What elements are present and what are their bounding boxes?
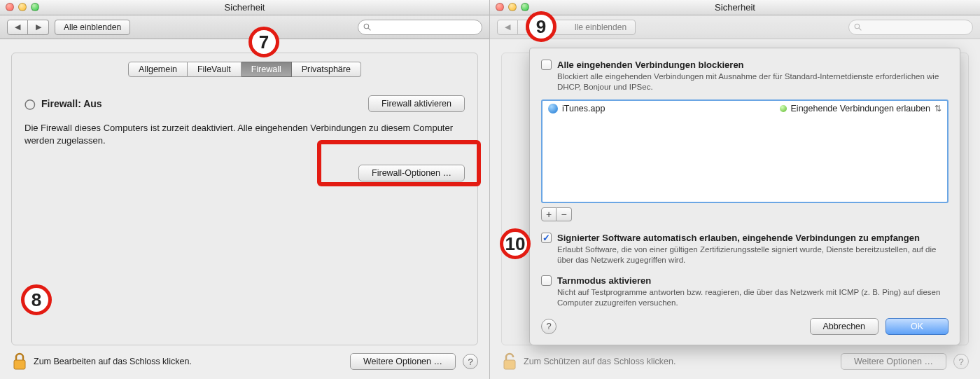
footer: Zum Bearbeiten auf das Schloss klicken. … [11,350,478,373]
remove-button[interactable]: − [556,207,572,221]
app-status-dropdown[interactable]: Eingehende Verbindungen erlauben ⇅ [780,104,941,113]
signed-software-title: Signierter Software automatisch erlauben… [557,233,920,243]
zoom-button[interactable] [521,3,529,11]
titlebar: Sicherheit [0,0,489,15]
svg-line-1 [368,28,370,30]
zoom-button[interactable] [31,3,39,11]
traffic-lights [6,3,39,11]
more-options-button[interactable]: Weitere Optionen … [350,353,456,370]
signed-software-checkbox[interactable] [541,233,552,243]
show-all-button[interactable]: Alle einblenden [55,20,130,35]
tab-filevault[interactable]: FileVault [188,62,241,77]
lock-label: Zum Schützen auf das Schloss klicken. [524,357,676,366]
security-window-left: Sicherheit ◀ ▶ Alle einblenden Allgemein… [0,0,490,379]
app-status-label: Eingehende Verbindungen erlauben [791,104,930,113]
firewall-options-dialog: Alle eingehenden Verbindungen blockieren… [529,48,960,345]
block-all-title: Alle eingehenden Verbindungen blockieren [557,60,744,70]
svg-rect-2 [14,360,25,369]
stealth-sub: Nicht auf Testprogramme antworten bzw. r… [557,287,948,308]
tab-allgemein[interactable]: Allgemein [128,62,188,77]
nav-buttons: ◀ ▶ [497,20,539,35]
dialog-help-button[interactable]: ? [541,319,556,334]
firewall-options-button[interactable]: Firewall-Optionen … [358,165,465,181]
add-button[interactable]: + [541,207,556,221]
firewall-status-label: Firewall: Aus [41,98,102,109]
minimize-button[interactable] [508,3,517,11]
status-dot-icon: ◯ [24,98,36,109]
search-icon [853,22,862,32]
add-remove: + − [541,207,948,221]
search-field[interactable] [848,20,973,35]
forward-button[interactable]: ▶ [518,20,539,35]
close-button[interactable] [496,3,504,11]
search-icon [363,22,372,32]
itunes-icon [548,104,558,113]
lock-open-icon[interactable] [501,352,518,371]
traffic-lights [496,3,529,11]
firewall-description: Die Firewall dieses Computers ist zurzei… [24,122,465,146]
window-title: Sicherheit [225,2,265,13]
security-window-right: Sicherheit ◀ ▶ lle einblenden Zum Schütz… [490,0,980,379]
app-row[interactable]: iTunes.app Eingehende Verbindungen erlau… [542,101,947,116]
forward-button[interactable]: ▶ [28,20,49,35]
tabs: Allgemein FileVault Firewall Privatsphär… [24,62,465,77]
svg-point-3 [855,24,860,29]
footer: Zum Schützen auf das Schloss klicken. We… [501,350,969,373]
status-green-dot-icon [780,105,787,112]
firewall-section: ◯ Firewall: Aus Firewall aktivieren Die … [24,95,465,181]
cancel-button[interactable]: Abbrechen [810,318,878,335]
help-button[interactable]: ? [953,354,969,369]
firewall-activate-button[interactable]: Firewall aktivieren [368,95,465,112]
close-button[interactable] [6,3,14,11]
block-all-row: Alle eingehenden Verbindungen blockieren… [541,60,948,92]
block-all-checkbox[interactable] [541,60,552,70]
svg-rect-5 [504,360,515,369]
app-list[interactable]: iTunes.app Eingehende Verbindungen erlau… [541,99,948,203]
firewall-status: ◯ Firewall: Aus [24,98,102,109]
svg-point-0 [364,24,369,29]
back-button[interactable]: ◀ [7,20,28,35]
show-all-button[interactable]: lle einblenden [545,20,636,35]
ok-button[interactable]: OK [886,318,948,335]
lock-icon[interactable] [11,352,28,371]
tab-privatsphaere[interactable]: Privatsphäre [292,62,361,77]
more-options-button[interactable]: Weitere Optionen … [841,353,946,370]
block-all-sub: Blockiert alle eingehenden Verbindungen … [557,71,948,92]
help-button[interactable]: ? [463,354,478,369]
signed-software-sub: Erlaubt Software, die von einer gültigen… [557,244,948,266]
window-title: Sicherheit [715,2,755,13]
tab-firewall[interactable]: Firewall [241,62,292,77]
stepper-icon: ⇅ [934,104,941,113]
stealth-checkbox[interactable] [541,275,552,286]
back-button[interactable]: ◀ [497,20,518,35]
minimize-button[interactable] [18,3,27,11]
toolbar: ◀ ▶ Alle einblenden [0,15,489,39]
toolbar: ◀ ▶ lle einblenden [490,15,980,39]
stealth-title: Tarnmodus aktivieren [557,275,651,286]
titlebar: Sicherheit [490,0,980,15]
svg-line-4 [859,28,861,30]
search-field[interactable] [358,20,482,35]
nav-buttons: ◀ ▶ [7,20,49,35]
content-panel: Allgemein FileVault Firewall Privatsphär… [11,53,478,345]
app-name: iTunes.app [562,104,605,113]
lock-label: Zum Bearbeiten auf das Schloss klicken. [34,357,192,366]
